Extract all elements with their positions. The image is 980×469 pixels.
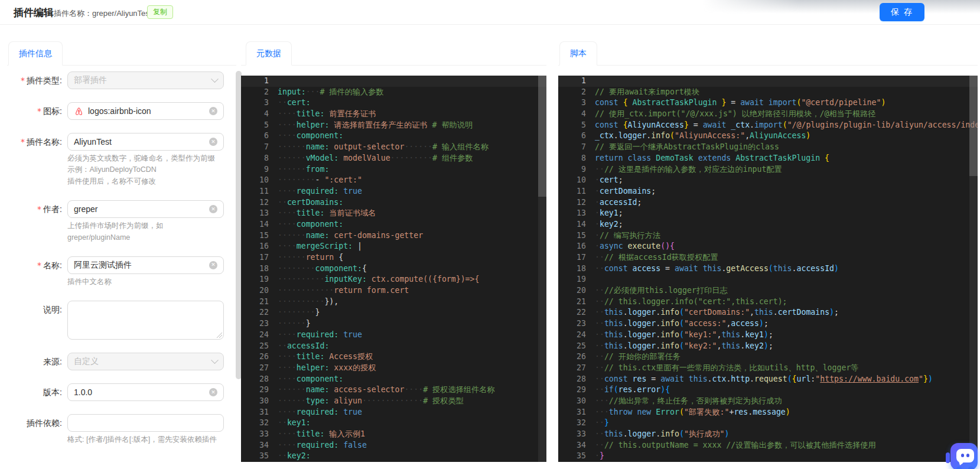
- field-control-icon: logos:airbnb-icon✕: [67, 102, 224, 120]
- code-line[interactable]: 22········}: [241, 307, 546, 318]
- clear-icon[interactable]: ✕: [209, 388, 217, 396]
- clear-icon[interactable]: ✕: [209, 261, 217, 269]
- code-line[interactable]: 9······from:: [241, 164, 546, 175]
- code-line[interactable]: 30······type: aliyun·············# 授权类型: [241, 396, 546, 407]
- code-line[interactable]: 21··// this.logger.info("cert:",this.cer…: [558, 297, 978, 308]
- script-editor[interactable]: 12// 要用await来import模块3const { AbstractTa…: [558, 76, 978, 462]
- code-line[interactable]: 11·certDomains;: [558, 186, 978, 197]
- line-number: 8: [241, 153, 278, 164]
- line-number: 24: [558, 330, 595, 341]
- code-line[interactable]: 14·key2;: [558, 219, 978, 230]
- source-select[interactable]: 自定义: [67, 353, 224, 370]
- code-line[interactable]: 31···throw new Error("部署失败:"+res.message…: [558, 407, 978, 418]
- code-line[interactable]: 24····required: true: [241, 330, 546, 341]
- code-line[interactable]: 20··//必须使用this.logger打印日志: [558, 285, 978, 297]
- code-line[interactable]: 7······name: output-selector······# 输入组件…: [241, 142, 546, 153]
- code-line[interactable]: 28····component:: [241, 374, 546, 385]
- code-line[interactable]: 9··// 这里是插件的输入参数，对应左边的input配置: [558, 164, 978, 175]
- field-control-dependencies: 格式: [作者/]插件名[:版本]，需先安装依赖插件: [67, 414, 224, 445]
- code-line[interactable]: 20············return form.cert: [241, 285, 546, 297]
- code-line[interactable]: 28··const res = await this.ctx.http.requ…: [558, 374, 978, 385]
- code-line[interactable]: 1: [241, 76, 546, 87]
- code-line[interactable]: 2// 要用await来import模块: [558, 87, 978, 98]
- code-line[interactable]: 12··certDomains:: [241, 197, 546, 209]
- author-input[interactable]: greper✕: [67, 200, 224, 218]
- code-line[interactable]: 26····title: Access授权: [241, 351, 546, 363]
- form-row-description: 说明:: [7, 301, 232, 340]
- code-line[interactable]: 25··accessId:: [241, 341, 546, 352]
- tab-metadata[interactable]: 元数据: [246, 41, 292, 66]
- code-line[interactable]: 32··}: [558, 418, 978, 429]
- code-line[interactable]: 18········component:{: [241, 263, 546, 275]
- version-input[interactable]: 1.0.0✕: [67, 383, 224, 401]
- code-line[interactable]: 23··this.logger.info("access:",access);: [558, 318, 978, 330]
- code-line[interactable]: 14····component:: [241, 219, 546, 230]
- clear-icon[interactable]: ✕: [209, 138, 217, 146]
- code-line[interactable]: 17······return {: [241, 252, 546, 263]
- code-line[interactable]: 6····component:: [241, 131, 546, 142]
- code-line[interactable]: 26··// 开始你的部署任务: [558, 351, 978, 363]
- code-line[interactable]: 16·async execute(){: [558, 241, 978, 252]
- copy-button[interactable]: 复制: [147, 5, 173, 19]
- code-line[interactable]: 5const {AliyunAccess} = await _ctx.impor…: [558, 120, 978, 131]
- code-line[interactable]: 35··key2:: [241, 451, 546, 462]
- code-line[interactable]: 29··if(res.error){: [558, 385, 978, 396]
- code-line[interactable]: 16····mergeScript: |: [241, 241, 546, 252]
- code-line[interactable]: 4····title: 前置任务证书: [241, 109, 546, 120]
- code-line[interactable]: 18··const access = await this.getAccess(…: [558, 263, 978, 275]
- code-line[interactable]: 11····required: true: [241, 186, 546, 197]
- code-line[interactable]: 6_ctx.logger.info("AliyunAccess:",Aliyun…: [558, 131, 978, 142]
- plugin-name-input[interactable]: AliyunTest✕: [67, 133, 224, 151]
- code-line[interactable]: 2input:···# 插件的输入参数: [241, 87, 546, 98]
- code-line[interactable]: 23······}: [241, 318, 546, 330]
- code-line[interactable]: 1: [558, 76, 978, 87]
- code-line[interactable]: 29······name: access-selector····# 授权选择组…: [241, 385, 546, 396]
- code-line[interactable]: 33··this.logger.info("执行成功"): [558, 429, 978, 440]
- code-line[interactable]: 15······name: cert-domains-getter: [241, 230, 546, 242]
- code-line[interactable]: 3const { AbstractTaskPlugin } = await im…: [558, 97, 978, 109]
- code-line[interactable]: 7// 要返回一个继承AbstractTaskPlugin的class: [558, 142, 978, 153]
- clear-icon[interactable]: ✕: [209, 107, 217, 115]
- description-textarea[interactable]: [67, 301, 224, 340]
- clear-icon[interactable]: ✕: [209, 205, 217, 213]
- code-line[interactable]: 22··this.logger.info("certDomains:",this…: [558, 307, 978, 318]
- save-button[interactable]: 保 存: [880, 3, 924, 21]
- code-line[interactable]: 5····helper: 请选择前置任务产生的证书 # 帮助说明: [241, 120, 546, 131]
- code-line[interactable]: 8return class DemoTask extends AbstractT…: [558, 153, 978, 164]
- tab-plugin-info[interactable]: 插件信息: [8, 41, 63, 66]
- code-line[interactable]: 27··// this.ctx里面有一些常用的方法类，比如utils、http、…: [558, 363, 978, 374]
- code-line[interactable]: 4// 使用_ctx.import("/@/xxx.js") 以绝对路径引用模块…: [558, 109, 978, 120]
- code-line[interactable]: 25··this.logger.info("key2:",this.key2);: [558, 341, 978, 352]
- code-line[interactable]: 13····title: 当前证书域名: [241, 208, 546, 219]
- code-line[interactable]: 35·}: [558, 451, 978, 462]
- editor-scrollbar[interactable]: [969, 76, 978, 176]
- code-line[interactable]: 33····title: 输入示例1: [241, 429, 546, 440]
- plugin-type-select[interactable]: 部署插件: [67, 71, 224, 89]
- dependencies-input[interactable]: [67, 414, 224, 432]
- metadata-editor[interactable]: 12input:···# 插件的输入参数3··cert:4····title: …: [241, 76, 546, 462]
- code-line[interactable]: 10········- ":cert:": [241, 175, 546, 186]
- code-line[interactable]: 27····helper: xxxx的授权: [241, 363, 546, 374]
- code-line[interactable]: 30···//抛出异常，终止任务，否则将被判定为执行成功: [558, 396, 978, 407]
- code-line[interactable]: 15·// 编写执行方法: [558, 230, 978, 242]
- tab-script[interactable]: 脚本: [559, 41, 597, 66]
- code-line[interactable]: 19: [558, 274, 978, 285]
- editor-scrollbar[interactable]: [538, 76, 546, 197]
- icon-input[interactable]: logos:airbnb-icon✕: [67, 102, 224, 120]
- code-line[interactable]: 8······vModel: modelValue·········# 组件参数: [241, 153, 546, 164]
- title-input[interactable]: 阿里云测试插件✕: [67, 256, 224, 274]
- chat-widget[interactable]: [949, 443, 979, 469]
- code-line[interactable]: 24··this.logger.info("key1:",this.key1);: [558, 330, 978, 341]
- code-line[interactable]: 19··········inputKey: ctx.compute(({form…: [241, 274, 546, 285]
- code-line[interactable]: 34··// this.outputName = xxxx //设置输出参数，可…: [558, 440, 978, 451]
- code-line[interactable]: 10·cert;: [558, 175, 978, 186]
- code-line[interactable]: 12·accessId;: [558, 197, 978, 209]
- code-line[interactable]: 31····required: true: [241, 407, 546, 418]
- line-number: 22: [241, 307, 278, 318]
- code-line[interactable]: 3··cert:: [241, 97, 546, 109]
- code-line[interactable]: 13·key1;: [558, 208, 978, 219]
- code-line[interactable]: 34····required: false: [241, 440, 546, 451]
- code-line[interactable]: 21··········}),: [241, 297, 546, 308]
- code-line[interactable]: 17··// 根据accessId获取授权配置: [558, 252, 978, 263]
- code-line[interactable]: 32··key1:: [241, 418, 546, 429]
